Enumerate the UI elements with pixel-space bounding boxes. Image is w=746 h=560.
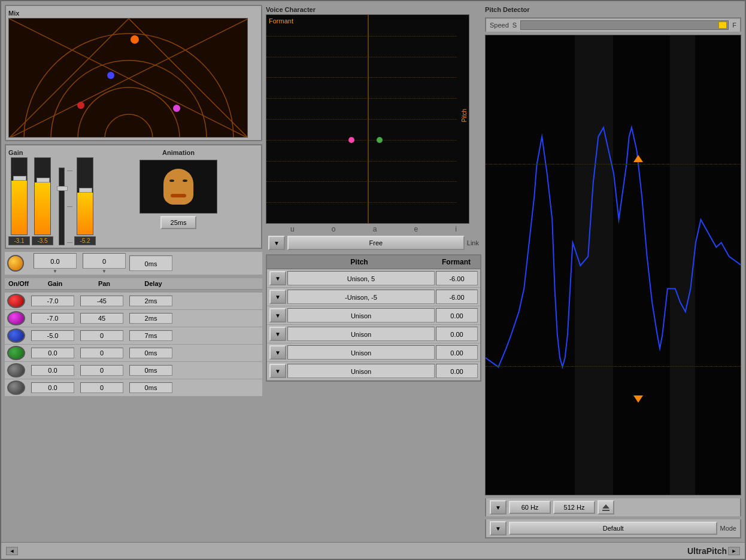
mode-field[interactable]: Default xyxy=(509,522,717,535)
eye-right xyxy=(183,179,187,182)
voice1-gain[interactable]: -7.0 xyxy=(31,296,74,306)
pf6-formant[interactable]: 0.00 xyxy=(436,364,478,378)
pd-dropdown[interactable]: ▼ xyxy=(490,500,507,515)
voice5-onoff-btn[interactable] xyxy=(7,363,25,378)
speed-thumb[interactable] xyxy=(718,22,727,29)
pf2-formant[interactable]: -6.00 xyxy=(436,290,478,304)
pf4-formant[interactable]: 0.00 xyxy=(436,327,478,341)
voice3-onoff-btn[interactable] xyxy=(7,328,25,343)
voice-row-2: -7.0 45 2ms xyxy=(5,310,262,327)
free-btn[interactable]: Free xyxy=(287,236,465,250)
pf6-dropdown[interactable]: ▼ xyxy=(269,364,286,378)
vc-grid-1 xyxy=(266,36,457,36)
vc-grid-7 xyxy=(266,161,457,162)
top-pan-arrow[interactable]: ▼ xyxy=(99,269,109,273)
fader1-thumb[interactable] xyxy=(13,176,26,181)
pf-row-3: ▼ Unison 0.00 xyxy=(267,306,480,325)
svg-rect-1 xyxy=(602,510,609,511)
v-fader-thumb[interactable] xyxy=(57,186,68,191)
header-gain: Gain xyxy=(31,280,79,287)
voice3-delay[interactable]: 7ms xyxy=(129,330,172,341)
vc-dot-pink[interactable] xyxy=(348,137,354,143)
pf4-dropdown[interactable]: ▼ xyxy=(269,327,286,341)
pf-pitch-header: Pitch xyxy=(286,255,432,269)
fader2-track[interactable] xyxy=(34,157,51,235)
pf5-pitch[interactable]: Unison xyxy=(287,345,435,360)
pf2-pitch[interactable]: -Unison, -5 xyxy=(287,290,435,304)
fader2-thumb[interactable] xyxy=(37,178,50,182)
voice4-gain[interactable]: 0.0 xyxy=(31,348,74,358)
gain-animation-section: Gain -3.1 xyxy=(5,144,262,249)
vc-grid-8 xyxy=(266,181,457,182)
fader3-thumb[interactable] xyxy=(79,188,92,193)
voice5-delay[interactable]: 0ms xyxy=(129,365,172,376)
voice3-pan[interactable]: 0 xyxy=(80,330,123,341)
top-delay-field[interactable]: 0ms xyxy=(129,255,172,271)
pf5-dropdown[interactable]: ▼ xyxy=(269,345,286,360)
pf2-dropdown[interactable]: ▼ xyxy=(269,290,286,304)
voice1-delay[interactable]: 2ms xyxy=(129,296,172,306)
voice6-onoff-btn[interactable] xyxy=(7,381,25,395)
fader1-fill xyxy=(11,181,27,235)
mix-section: Mix L R xyxy=(5,5,262,141)
voice5-pan[interactable]: 0 xyxy=(80,365,123,376)
mode-row: ▼ Default Mode xyxy=(485,519,741,538)
voice2-pan[interactable]: 45 xyxy=(80,313,123,324)
free-dropdown-btn[interactable]: ▼ xyxy=(268,236,285,250)
vc-grid-4 xyxy=(266,98,457,99)
hz-high-btn[interactable]: 512 Hz xyxy=(553,501,595,514)
pf3-formant[interactable]: 0.00 xyxy=(436,308,478,322)
speed-slider[interactable] xyxy=(520,20,729,30)
middle-panel: Voice Character Formant Pitch xyxy=(266,5,481,538)
pf-row-2: ▼ -Unison, -5 -6.00 xyxy=(267,288,480,306)
mode-dropdown[interactable]: ▼ xyxy=(490,521,507,535)
voice5-gain[interactable]: 0.0 xyxy=(31,365,74,376)
voice4-delay[interactable]: 0ms xyxy=(129,348,172,358)
top-controls-row: 0.0 ▼ 0 ▼ 0ms xyxy=(5,252,262,275)
animation-title: Animation xyxy=(162,148,195,157)
fader1-container: -3.1 xyxy=(8,157,30,245)
top-gain-arrow[interactable]: ▼ xyxy=(50,269,60,273)
pf4-pitch[interactable]: Unison xyxy=(287,327,435,341)
speed-s-label: S xyxy=(513,22,517,29)
vc-grid-3 xyxy=(266,77,457,78)
fader3-track[interactable] xyxy=(77,157,93,235)
scroll-left[interactable]: ◄ xyxy=(6,547,18,555)
pd-grid-2 xyxy=(486,366,741,367)
top-pan-field[interactable]: 0 xyxy=(83,253,126,269)
voice3-gain[interactable]: -5.0 xyxy=(31,330,74,341)
v-fader-track[interactable] xyxy=(59,168,65,245)
hz-low-btn[interactable]: 60 Hz xyxy=(509,501,551,514)
vc-grid-6 xyxy=(266,140,457,141)
pf5-formant[interactable]: 0.00 xyxy=(436,345,478,360)
voice1-onoff-btn[interactable] xyxy=(7,294,25,308)
gain-faders: -3.1 -3.5 xyxy=(8,157,96,245)
pf1-formant[interactable]: -6.00 xyxy=(436,271,478,285)
pf1-dropdown[interactable]: ▼ xyxy=(269,271,286,285)
vc-grid-2 xyxy=(266,57,457,57)
vc-dot-green[interactable] xyxy=(377,137,383,143)
top-onoff-btn[interactable] xyxy=(7,255,24,272)
voice6-gain[interactable]: 0.0 xyxy=(31,382,74,393)
voice2-onoff-btn[interactable] xyxy=(7,311,25,325)
voice6-delay[interactable]: 0ms xyxy=(129,382,172,393)
voice2-delay[interactable]: 2ms xyxy=(129,313,172,324)
animation-delay-btn[interactable]: 25ms xyxy=(160,216,196,229)
voice6-pan[interactable]: 0 xyxy=(80,382,123,393)
pitch-detector-display xyxy=(485,35,741,495)
pf3-dropdown[interactable]: ▼ xyxy=(269,308,286,322)
pf1-pitch[interactable]: Unison, 5 xyxy=(287,271,435,285)
fader1-track[interactable] xyxy=(11,157,28,235)
pf-formant-header: Formant xyxy=(432,255,480,269)
pf6-pitch[interactable]: Unison xyxy=(287,364,435,378)
voice1-pan[interactable]: -45 xyxy=(80,296,123,306)
eject-btn[interactable] xyxy=(598,500,614,515)
voice2-gain[interactable]: -7.0 xyxy=(31,313,74,324)
top-gain-field[interactable]: 0.0 xyxy=(34,253,77,269)
voice4-pan[interactable]: 0 xyxy=(80,348,123,358)
content-area: Mix L R Gain xyxy=(1,1,745,542)
scroll-right[interactable]: ► xyxy=(728,547,740,555)
vertical-fader-area: — — — xyxy=(59,168,72,245)
voice4-onoff-btn[interactable] xyxy=(7,346,25,360)
pf3-pitch[interactable]: Unison xyxy=(287,308,435,322)
